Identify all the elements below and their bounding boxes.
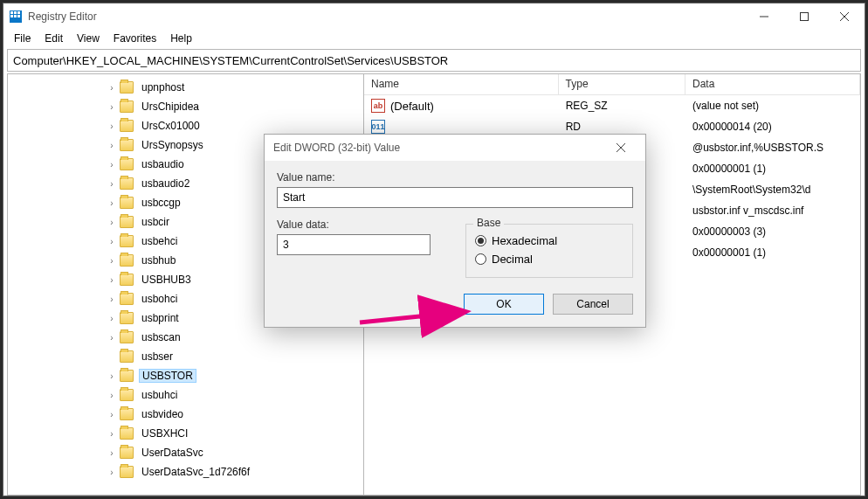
menu-file[interactable]: File <box>7 31 38 46</box>
tree-item-label: usbaudio2 <box>139 177 192 191</box>
app-icon <box>9 10 23 24</box>
svg-rect-5 <box>14 15 17 17</box>
value-data: 0x00000014 (20) <box>685 121 860 133</box>
expander-icon[interactable]: › <box>106 102 118 112</box>
expander-icon[interactable]: › <box>106 179 118 189</box>
tree-item-label: UserDataSvc_1d726f6f <box>139 465 252 479</box>
tree-item-usbvideo[interactable]: ›usbvideo <box>8 405 363 424</box>
column-type[interactable]: Type <box>559 74 685 94</box>
menu-favorites[interactable]: Favorites <box>107 31 163 46</box>
list-header: Name Type Data <box>364 74 860 95</box>
folder-icon <box>120 293 134 305</box>
folder-icon <box>120 197 134 209</box>
dialog-title: Edit DWORD (32-bit) Value <box>273 142 605 154</box>
expander-icon[interactable]: › <box>106 391 118 400</box>
value-data: 0x00000001 (1) <box>685 246 860 259</box>
folder-icon <box>120 235 134 247</box>
radio-dec-indicator <box>475 253 486 265</box>
tree-item-urschipidea[interactable]: ›UrsChipidea <box>8 97 363 116</box>
value-data: 0x00000003 (3) <box>685 225 860 238</box>
column-data[interactable]: Data <box>685 74 860 94</box>
expander-icon[interactable]: › <box>106 275 118 285</box>
menu-help[interactable]: Help <box>163 31 199 46</box>
expander-icon[interactable]: › <box>106 295 118 304</box>
radio-hex-label: Hexadecimal <box>492 234 557 247</box>
minimize-button[interactable] <box>744 3 784 30</box>
value-type: RD <box>559 121 685 133</box>
expander-icon[interactable]: › <box>106 410 118 419</box>
tree-item-usbuhci[interactable]: ›usbuhci <box>8 385 363 405</box>
svg-rect-2 <box>14 11 17 14</box>
window-title: Registry Editor <box>28 10 744 23</box>
column-name[interactable]: Name <box>364 74 559 94</box>
tree-item-userdatasvc[interactable]: ›UserDataSvc <box>8 443 363 462</box>
list-row[interactable]: ab(Default)REG_SZ(value not set) <box>364 95 860 116</box>
folder-icon <box>120 274 134 286</box>
radio-hexadecimal[interactable]: Hexadecimal <box>475 232 623 250</box>
cancel-button[interactable]: Cancel <box>553 294 633 315</box>
folder-icon <box>120 370 134 382</box>
folder-icon <box>120 254 134 267</box>
menu-view[interactable]: View <box>70 31 107 46</box>
expander-icon[interactable]: › <box>106 429 118 439</box>
svg-rect-3 <box>17 11 20 14</box>
value-data: (value not set) <box>685 100 860 112</box>
value-data: 0x00000001 (1) <box>685 163 860 175</box>
dialog-titlebar[interactable]: Edit DWORD (32-bit) Value <box>265 135 645 161</box>
value-name-input[interactable] <box>277 187 633 208</box>
expander-icon[interactable]: › <box>106 468 118 477</box>
value-name: (Default) <box>390 100 434 113</box>
tree-item-usbser[interactable]: usbser <box>8 347 363 366</box>
expander-icon[interactable]: › <box>106 371 118 381</box>
expander-icon[interactable]: › <box>106 160 118 170</box>
menu-edit[interactable]: Edit <box>38 31 70 46</box>
tree-item-usbstor[interactable]: ›USBSTOR <box>8 366 363 385</box>
expander-icon[interactable]: › <box>106 314 118 323</box>
dialog-close-button[interactable] <box>605 137 637 158</box>
tree-item-label: usbuhci <box>139 388 180 402</box>
ok-button[interactable]: OK <box>464 294 544 315</box>
folder-icon <box>120 120 134 132</box>
expander-icon[interactable]: › <box>106 121 118 131</box>
expander-icon[interactable]: › <box>106 198 118 208</box>
tree-item-upnphost[interactable]: ›upnphost <box>8 78 363 97</box>
value-name-label: Value name: <box>277 171 633 184</box>
tree-item-label: USBXHCI <box>139 426 190 440</box>
tree-item-label: upnphost <box>139 80 187 94</box>
maximize-button[interactable] <box>784 3 824 30</box>
folder-icon <box>120 216 134 228</box>
tree-item-urscx01000[interactable]: ›UrsCx01000 <box>8 116 363 135</box>
value-data: usbstor.inf v_mscdsc.inf <box>685 204 860 217</box>
expander-icon[interactable]: › <box>106 141 118 150</box>
tree-item-label: usbprint <box>139 311 182 325</box>
expander-icon[interactable]: › <box>106 448 118 458</box>
tree-item-usbscan[interactable]: ›usbscan <box>8 328 363 347</box>
string-value-icon: ab <box>371 99 385 113</box>
tree-item-userdatasvc_1d726f6f[interactable]: ›UserDataSvc_1d726f6f <box>8 462 363 482</box>
base-legend: Base <box>473 217 504 229</box>
value-data-input[interactable] <box>277 234 431 255</box>
tree-item-label: usbaudio <box>139 157 187 171</box>
tree-item-label: usbccgp <box>139 196 183 210</box>
folder-icon <box>120 139 134 151</box>
expander-icon[interactable]: › <box>106 256 118 266</box>
address-bar[interactable]: Computer\HKEY_LOCAL_MACHINE\SYSTEM\Curre… <box>7 49 861 72</box>
close-button[interactable] <box>824 3 865 30</box>
tree-item-label: usbehci <box>139 234 180 248</box>
expander-icon[interactable]: › <box>106 237 118 246</box>
radio-decimal[interactable]: Decimal <box>475 250 623 268</box>
titlebar[interactable]: Registry Editor <box>3 3 865 30</box>
expander-icon[interactable]: › <box>106 333 118 343</box>
registry-editor-window: Registry Editor File Edit View Favorites… <box>3 3 865 496</box>
tree-item-usbxhci[interactable]: ›USBXHCI <box>8 424 363 443</box>
address-text: Computer\HKEY_LOCAL_MACHINE\SYSTEM\Curre… <box>13 54 448 67</box>
expander-icon[interactable]: › <box>106 218 118 227</box>
folder-icon <box>120 312 134 324</box>
tree-item-label: UrsSynopsys <box>139 138 206 152</box>
tree-item-label: usbvideo <box>139 407 186 421</box>
tree-item-label: usbhub <box>139 253 178 267</box>
tree-item-label: UrsCx01000 <box>139 119 203 133</box>
folder-icon <box>120 81 134 94</box>
expander-icon[interactable]: › <box>106 83 118 93</box>
value-data: @usbstor.inf,%USBSTOR.S <box>685 142 860 154</box>
